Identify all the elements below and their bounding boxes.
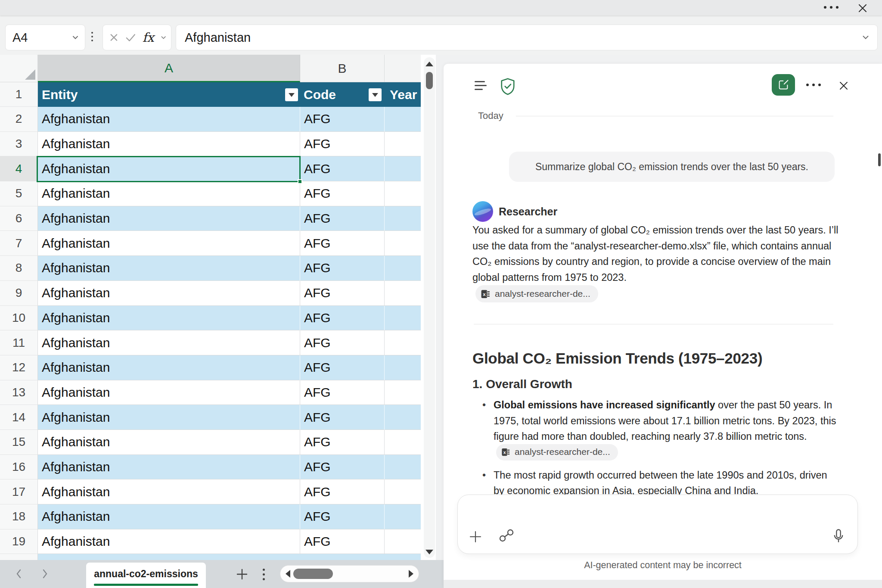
cell-year[interactable] xyxy=(385,380,421,405)
cell-entity[interactable]: Afghanistan xyxy=(38,355,300,380)
scroll-left-icon[interactable] xyxy=(286,570,290,578)
vertical-scrollbar[interactable] xyxy=(424,57,435,558)
file-reference-chip[interactable]: x analyst-researcher-de... xyxy=(475,285,598,302)
row-header-15[interactable]: 15 xyxy=(0,430,38,455)
next-sheet-icon[interactable] xyxy=(39,568,51,580)
cell-year[interactable] xyxy=(385,107,421,132)
chat-input[interactable] xyxy=(466,500,850,530)
row-header-3[interactable]: 3 xyxy=(0,132,38,157)
column-header-b[interactable]: B xyxy=(300,55,385,82)
row-header-18[interactable]: 18 xyxy=(0,504,38,529)
cell-code[interactable]: AFG xyxy=(300,281,385,306)
row-header-16[interactable]: 16 xyxy=(0,455,38,480)
cell-year[interactable] xyxy=(385,206,421,231)
cell-code[interactable]: AFG xyxy=(300,479,385,504)
header-code[interactable]: Code xyxy=(304,87,336,102)
sheet-tab-active[interactable]: annual-co2-emissions xyxy=(86,563,206,588)
cell-entity[interactable]: Afghanistan xyxy=(38,504,300,529)
cell-code[interactable]: AFG xyxy=(300,330,385,355)
cell-year[interactable] xyxy=(385,156,421,181)
row-header-17[interactable]: 17 xyxy=(0,479,38,504)
row-header-11[interactable]: 11 xyxy=(0,330,38,355)
column-header-c-partial[interactable] xyxy=(385,55,421,82)
window-close-icon[interactable] xyxy=(856,2,869,15)
cell-entity[interactable]: Afghanistan xyxy=(38,380,300,405)
cell-year[interactable] xyxy=(385,181,421,206)
cell-entity[interactable]: Afghanistan xyxy=(38,256,300,281)
cell-year[interactable] xyxy=(385,430,421,455)
cell-year[interactable] xyxy=(385,281,421,306)
cell-entity[interactable]: Afghanistan xyxy=(38,107,300,132)
row-header-9[interactable]: 9 xyxy=(0,281,38,306)
cell-code[interactable]: AFG xyxy=(300,256,385,281)
prev-sheet-icon[interactable] xyxy=(13,568,25,580)
cell-code[interactable]: AFG xyxy=(300,107,385,132)
column-header-a[interactable]: A xyxy=(38,55,300,82)
cell-code[interactable]: AFG xyxy=(300,504,385,529)
confirm-entry-icon[interactable] xyxy=(125,32,137,43)
pane-close-icon[interactable] xyxy=(836,78,851,93)
cell-entity[interactable]: Afghanistan xyxy=(38,430,300,455)
cell-code[interactable]: AFG xyxy=(300,405,385,430)
row-header-8[interactable]: 8 xyxy=(0,256,38,281)
pane-more-icon[interactable] xyxy=(806,84,821,86)
row-header-12[interactable]: 12 xyxy=(0,355,38,380)
cell-code[interactable]: AFG xyxy=(300,355,385,380)
cell-year[interactable] xyxy=(385,306,421,331)
cell-entity[interactable]: Afghanistan xyxy=(38,405,300,430)
horizontal-scrollbar[interactable] xyxy=(280,565,419,582)
cancel-entry-icon[interactable] xyxy=(109,32,119,43)
name-box[interactable]: A4 xyxy=(5,25,85,50)
expand-formula-bar-icon[interactable] xyxy=(861,33,870,42)
header-year[interactable]: Year xyxy=(390,87,417,102)
cell-code[interactable]: AFG xyxy=(300,380,385,405)
row-header-4[interactable]: 4 xyxy=(0,156,38,181)
sheet-list-menu-icon[interactable] xyxy=(263,569,265,580)
attach-plus-icon[interactable] xyxy=(468,529,483,544)
row-header-5[interactable]: 5 xyxy=(0,181,38,206)
row-header-14[interactable]: 14 xyxy=(0,405,38,430)
cell-entity[interactable]: Afghanistan xyxy=(38,132,300,157)
file-reference-chip[interactable]: x analyst-researcher-de... xyxy=(496,444,618,460)
cell-code[interactable]: AFG xyxy=(300,206,385,231)
cell-code[interactable]: AFG xyxy=(300,306,385,331)
cell-entity[interactable]: Afghanistan xyxy=(38,181,300,206)
window-more-icon[interactable] xyxy=(824,6,839,9)
cell-year[interactable] xyxy=(385,231,421,256)
new-chat-button[interactable] xyxy=(772,74,795,96)
cell-entity[interactable]: Afghanistan xyxy=(38,281,300,306)
agents-link-icon[interactable] xyxy=(497,528,516,543)
add-sheet-icon[interactable] xyxy=(235,567,249,582)
header-entity[interactable]: Entity xyxy=(42,87,78,102)
row-header-7[interactable]: 7 xyxy=(0,231,38,256)
cell-year[interactable] xyxy=(385,256,421,281)
cell-year[interactable] xyxy=(385,529,421,554)
select-all-corner[interactable] xyxy=(0,55,38,82)
formula-input[interactable]: Afghanistan xyxy=(176,25,878,50)
cell-year[interactable] xyxy=(385,504,421,529)
pane-scroll-thumb[interactable] xyxy=(878,153,881,166)
cell-year[interactable] xyxy=(385,455,421,480)
cell-year[interactable] xyxy=(385,479,421,504)
cell-code[interactable]: AFG xyxy=(300,430,385,455)
row-header-19[interactable]: 19 xyxy=(0,529,38,554)
cell-code[interactable]: AFG xyxy=(300,132,385,157)
chat-history-icon[interactable] xyxy=(475,81,487,93)
filter-button-code[interactable] xyxy=(369,88,382,101)
cell-entity[interactable]: Afghanistan xyxy=(38,529,300,554)
vertical-scroll-thumb[interactable] xyxy=(426,72,433,89)
cell-entity[interactable]: Afghanistan xyxy=(38,156,300,181)
resize-grip-icon[interactable] xyxy=(91,32,93,41)
cell-entity[interactable]: Afghanistan xyxy=(38,206,300,231)
cell-year[interactable] xyxy=(385,330,421,355)
row-header-13[interactable]: 13 xyxy=(0,380,38,405)
cell-entity[interactable]: Afghanistan xyxy=(38,330,300,355)
insert-function-button[interactable]: fx xyxy=(143,30,154,45)
cell-code[interactable]: AFG xyxy=(300,455,385,480)
scroll-down-icon[interactable] xyxy=(425,550,433,554)
cell-code[interactable]: AFG xyxy=(300,156,385,181)
scroll-right-icon[interactable] xyxy=(409,570,413,578)
chevron-down-icon[interactable] xyxy=(160,34,167,41)
cell-year[interactable] xyxy=(385,355,421,380)
row-header-6[interactable]: 6 xyxy=(0,206,38,231)
